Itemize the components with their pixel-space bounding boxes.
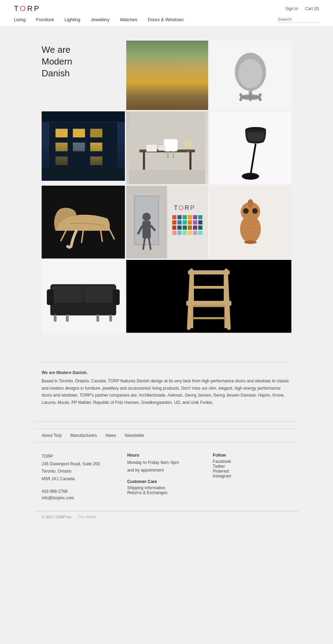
image-floor-lamp — [210, 111, 291, 184]
footer-nav-news[interactable]: News — [106, 433, 116, 438]
svg-line-35 — [250, 144, 256, 176]
footer-city: Toronto, Ontario — [42, 468, 120, 475]
svg-rect-24 — [143, 152, 145, 170]
svg-rect-64 — [198, 220, 203, 224]
nav-lighting[interactable]: Lighting — [65, 17, 80, 22]
svg-rect-61 — [183, 220, 187, 224]
footer-social-col: Follow Facebook Twitter Pinterest Instag… — [213, 453, 291, 500]
nav-jewellery[interactable]: Jewellery — [91, 17, 110, 22]
logo-p: P — [34, 4, 41, 13]
svg-point-7 — [259, 98, 262, 101]
svg-rect-68 — [188, 226, 192, 230]
svg-point-9 — [259, 93, 262, 96]
svg-rect-67 — [183, 226, 187, 230]
svg-rect-56 — [188, 215, 192, 219]
svg-point-1 — [238, 59, 263, 88]
footer-nav-about[interactable]: About Torp — [42, 433, 62, 438]
svg-rect-88 — [47, 289, 54, 305]
header: TORP Sign in Cart (0) Living Furniture L… — [0, 0, 333, 27]
footer-returns-link[interactable]: Returns & Exchanges — [127, 490, 206, 495]
cart-link[interactable]: Cart (0) — [305, 6, 319, 11]
footer-twitter[interactable]: Twitter — [213, 464, 291, 469]
svg-rect-105 — [191, 317, 226, 319]
footer-phone: 416-968-2768 — [42, 488, 120, 495]
footer-shipping-link[interactable]: Shipping Information — [127, 485, 206, 490]
svg-rect-19 — [90, 156, 102, 165]
footer-hours-line1: Monday to Friday 9am–5pm — [127, 459, 206, 467]
footer-address-col: TORP 245 Davenport Road, Suite 200 Toron… — [42, 453, 120, 500]
svg-rect-85 — [50, 302, 116, 315]
svg-rect-12 — [56, 129, 68, 137]
svg-rect-99 — [186, 301, 231, 306]
image-torp-store: TORP — [126, 186, 208, 259]
footer-email[interactable]: info@torpinc.com — [42, 495, 120, 500]
lounge-chair-svg — [42, 186, 125, 259]
svg-rect-60 — [178, 220, 182, 224]
svg-rect-46 — [143, 221, 151, 238]
svg-rect-53 — [172, 215, 177, 219]
search-input[interactable] — [278, 16, 319, 23]
footer-pinterest[interactable]: Pinterest — [213, 469, 291, 474]
svg-rect-59 — [172, 220, 177, 224]
main-nav: Living Furniture Lighting Jewellery Watc… — [14, 16, 319, 26]
svg-rect-30 — [159, 145, 165, 151]
svg-rect-57 — [193, 215, 197, 219]
svg-rect-55 — [183, 215, 187, 219]
svg-rect-21 — [42, 111, 125, 122]
row-2 — [42, 111, 291, 184]
footer-instagram[interactable]: Instagram — [213, 474, 291, 478]
logo-r: R — [27, 4, 34, 13]
svg-rect-14 — [90, 129, 102, 137]
footer-facebook[interactable]: Facebook — [213, 459, 291, 464]
image-sofa — [42, 260, 125, 333]
svg-rect-13 — [73, 129, 85, 137]
nav-living[interactable]: Living — [14, 17, 26, 22]
svg-rect-26 — [164, 139, 178, 151]
svg-point-45 — [143, 213, 151, 221]
svg-rect-87 — [85, 286, 114, 303]
image-house-night — [42, 111, 125, 181]
svg-rect-58 — [198, 215, 203, 219]
svg-rect-63 — [193, 220, 197, 224]
logo-t: T — [14, 4, 20, 13]
svg-point-8 — [239, 93, 242, 96]
row-3: TORP — [42, 186, 291, 259]
copyright-text: © 2017 TORP Inc. — [42, 515, 72, 519]
footer-street: 245 Davenport Road, Suite 200 — [42, 460, 120, 468]
svg-rect-62 — [188, 220, 192, 224]
nav-furniture[interactable]: Furniture — [36, 17, 54, 22]
footer-description: We are Modern Danish. Based in Toronto, … — [35, 348, 298, 421]
svg-rect-89 — [113, 289, 120, 305]
nav-doors-windows[interactable]: Doors & Windows — [148, 17, 183, 22]
svg-rect-15 — [56, 143, 68, 151]
svg-rect-66 — [178, 226, 182, 230]
svg-rect-69 — [193, 226, 197, 230]
svg-rect-70 — [198, 226, 203, 230]
footer-nav-newsletter[interactable]: Newsletter — [125, 433, 145, 438]
house-night-svg — [42, 111, 125, 181]
wooden-bird-svg — [228, 187, 273, 257]
row-1: We are Modern Danish — [42, 41, 291, 110]
svg-point-6 — [239, 98, 242, 101]
footer-nav-manufacturers[interactable]: Manufacturers — [70, 433, 97, 438]
svg-rect-29 — [146, 145, 157, 152]
nav-watches[interactable]: Watches — [120, 17, 137, 22]
image-wooden-bird — [210, 186, 291, 259]
office-svg — [126, 111, 208, 184]
hero-text: We are Modern Danish — [42, 41, 125, 110]
sign-in-link[interactable]: Sign in — [285, 6, 298, 11]
svg-rect-75 — [193, 231, 197, 235]
logo-o: O — [20, 4, 27, 13]
hero-heading: We are Modern Danish — [42, 44, 72, 79]
main-content: We are Modern Danish — [35, 27, 298, 348]
footer-company: TORP — [42, 453, 120, 460]
chair-wood-svg — [126, 260, 291, 333]
image-house-forest — [126, 41, 208, 110]
logo[interactable]: TORP — [14, 4, 41, 13]
svg-rect-28 — [173, 151, 174, 158]
svg-rect-65 — [172, 226, 177, 230]
footer-tagline: We are Modern Danish. — [42, 369, 291, 376]
footer-hours-col: Hours Monday to Friday 9am–5pm and by ap… — [127, 453, 206, 500]
svg-rect-27 — [167, 151, 169, 158]
svg-point-31 — [184, 140, 192, 149]
